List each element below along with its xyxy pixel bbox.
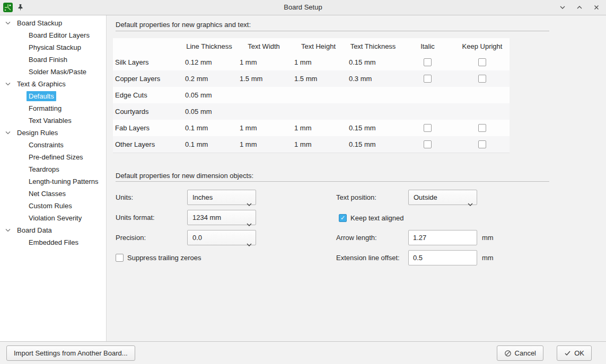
value-cell[interactable]: 0.05 mm (182, 108, 236, 116)
value-cell[interactable]: 0.1 mm (182, 124, 236, 132)
sidebar-item-net-classes[interactable]: Net Classes (0, 188, 106, 200)
value-cell[interactable]: 0.12 mm (182, 58, 236, 66)
units-format-label: Units format: (116, 210, 155, 225)
value-cell[interactable]: 1 mm (291, 140, 346, 148)
ok-button[interactable]: OK (557, 345, 592, 361)
chevron-down-icon (468, 197, 473, 211)
value-cell[interactable]: 1 mm (291, 58, 346, 66)
table-row-courtyards: Courtyards0.05 mm (113, 103, 510, 120)
window-shade-icon[interactable] (558, 3, 567, 12)
units-label: Units: (116, 190, 133, 205)
row-label: Other Layers (113, 140, 182, 148)
sidebar-group-board-data[interactable]: Board Data (0, 224, 106, 236)
import-settings-button[interactable]: Import Settings from Another Board... (6, 345, 135, 361)
expander-chevron-down-icon[interactable] (5, 21, 12, 26)
sidebar-item-formatting[interactable]: Formatting (0, 102, 106, 114)
cancel-label: Cancel (515, 349, 536, 357)
section-divider (116, 31, 549, 31)
value-cell[interactable]: 0.15 mm (346, 58, 400, 66)
cancel-icon (504, 350, 512, 357)
sidebar-group-label: Design Rules (17, 129, 58, 137)
italic-checkbox[interactable] (424, 124, 432, 132)
value-cell[interactable]: 0.05 mm (182, 91, 236, 99)
sidebar-item-board-editor-layers[interactable]: Board Editor Layers (0, 29, 106, 41)
sidebar-group-design-rules[interactable]: Design Rules (0, 127, 106, 139)
value-cell[interactable]: 1 mm (236, 140, 291, 148)
value-cell[interactable]: 0.1 mm (182, 140, 236, 148)
text-position-combobox[interactable]: Outside (408, 190, 477, 205)
units-combobox[interactable]: Inches (187, 190, 256, 205)
value-cell[interactable]: 1 mm (236, 124, 291, 132)
sidebar-item-text-variables[interactable]: Text Variables (0, 114, 106, 127)
sidebar-item-defaults[interactable]: Defaults (0, 90, 106, 102)
column-header: Italic (400, 42, 455, 50)
expander-chevron-down-icon[interactable] (5, 228, 12, 233)
arrow-length-label: Arrow length: (336, 230, 377, 245)
keep-upright-cell (455, 58, 510, 66)
italic-cell (400, 124, 455, 132)
sidebar-group-board-stackup[interactable]: Board Stackup (0, 17, 106, 29)
precision-combobox[interactable]: 0.0 (187, 230, 256, 245)
value-cell[interactable]: 1 mm (236, 58, 291, 66)
sidebar-item-teardrops[interactable]: Teardrops (0, 163, 106, 175)
footer-bar: Import Settings from Another Board... Ca… (0, 341, 606, 364)
sidebar-item-physical-stackup[interactable]: Physical Stackup (0, 41, 106, 54)
sidebar-item-embedded-files[interactable]: Embedded Files (0, 236, 106, 248)
keep-upright-checkbox[interactable] (478, 58, 486, 66)
sidebar-item-pre-defined-sizes[interactable]: Pre-defined Sizes (0, 151, 106, 163)
sidebar-item-length-tuning-patterns[interactable]: Length-tuning Patterns (0, 175, 106, 188)
value-cell[interactable]: 0.2 mm (182, 75, 236, 83)
italic-checkbox[interactable] (424, 58, 432, 66)
suppress-trailing-zeroes-label: Suppress trailing zeroes (127, 254, 201, 262)
italic-checkbox[interactable] (424, 75, 432, 83)
expander-chevron-down-icon[interactable] (5, 82, 12, 87)
window-maximize-icon[interactable] (575, 3, 584, 12)
chevron-down-icon (247, 217, 252, 231)
column-header: Text Height (291, 42, 346, 50)
italic-cell (400, 140, 455, 148)
value-cell[interactable]: 1.5 mm (236, 75, 291, 83)
chevron-down-icon (247, 237, 252, 251)
units-format-value: 1234 mm (192, 214, 221, 221)
row-label: Silk Layers (113, 58, 182, 66)
italic-checkbox[interactable] (424, 140, 432, 148)
sidebar-item-constraints[interactable]: Constraints (0, 139, 106, 151)
sidebar-item-label: Violation Severity (27, 213, 84, 223)
sidebar-tree: Board StackupBoard Editor LayersPhysical… (0, 15, 107, 341)
window-title: Board Setup (0, 0, 606, 15)
sidebar-item-label: Solder Mask/Paste (27, 67, 89, 77)
pin-icon[interactable] (17, 4, 23, 11)
value-cell[interactable]: 0.15 mm (346, 140, 400, 148)
row-label: Copper Layers (113, 75, 182, 83)
sidebar-item-custom-rules[interactable]: Custom Rules (0, 200, 106, 212)
value-cell[interactable]: 1.5 mm (291, 75, 346, 83)
keep-upright-checkbox[interactable] (478, 124, 486, 132)
sidebar-group-label: Board Data (17, 226, 52, 234)
arrow-length-input[interactable] (408, 230, 477, 245)
window-close-icon[interactable] (592, 3, 601, 12)
keep-upright-checkbox[interactable] (478, 140, 486, 148)
suppress-trailing-zeroes-checkbox[interactable] (116, 254, 124, 262)
units-format-combobox[interactable]: 1234 mm (187, 210, 256, 225)
table-row-silk-layers: Silk Layers0.12 mm1 mm1 mm0.15 mm (113, 54, 510, 70)
cancel-button[interactable]: Cancel (497, 345, 543, 361)
sidebar-item-solder-mask-paste[interactable]: Solder Mask/Paste (0, 66, 106, 78)
titlebar[interactable]: Board Setup (0, 0, 606, 15)
sidebar-item-label: Board Finish (27, 55, 69, 65)
sidebar-group-label: Board Stackup (17, 19, 62, 27)
keep-upright-checkbox[interactable] (478, 75, 486, 83)
dimensions-section-title: Default properties for new dimension obj… (116, 171, 253, 181)
keep-text-aligned-checkbox[interactable]: ✓ (339, 214, 347, 222)
sidebar-item-label: Physical Stackup (27, 42, 83, 52)
sidebar-item-violation-severity[interactable]: Violation Severity (0, 212, 106, 224)
sidebar-group-text-graphics[interactable]: Text & Graphics (0, 78, 106, 90)
sidebar-item-label: Board Editor Layers (27, 30, 92, 40)
text-position-label: Text position: (336, 190, 376, 205)
value-cell[interactable]: 0.15 mm (346, 124, 400, 132)
extension-line-offset-input[interactable] (408, 250, 477, 265)
expander-chevron-down-icon[interactable] (5, 130, 12, 136)
value-cell[interactable]: 1 mm (291, 124, 346, 132)
sidebar-item-board-finish[interactable]: Board Finish (0, 54, 106, 66)
value-cell[interactable]: 0.3 mm (346, 75, 400, 83)
precision-value: 0.0 (192, 234, 202, 242)
